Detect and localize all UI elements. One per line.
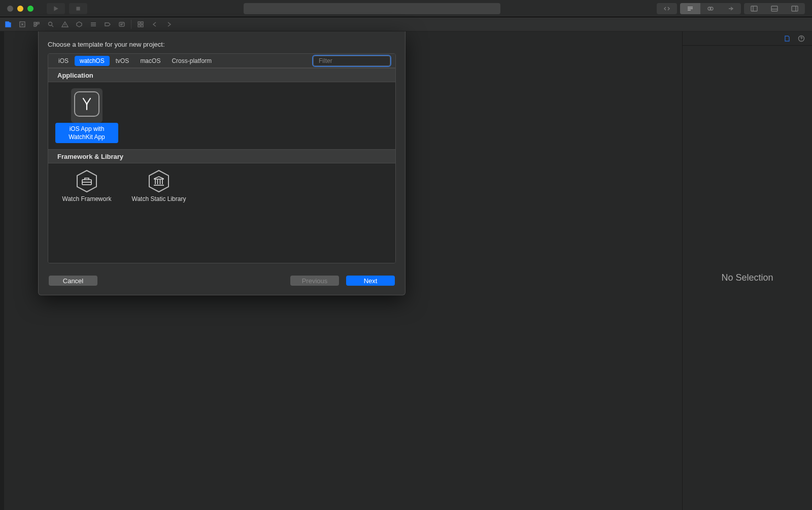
navigator-collapsed	[0, 31, 4, 510]
svg-rect-8	[34, 25, 36, 26]
titlebar-right-tools	[657, 3, 805, 14]
template-watch-framework[interactable]: Watch Framework	[55, 169, 118, 257]
panel-toggle-group	[744, 3, 805, 14]
test-navigator-icon[interactable]	[74, 19, 84, 29]
editor-options-group	[657, 3, 677, 14]
sheet-footer: Cancel Previous Next	[48, 263, 396, 286]
platform-tab-crossplatform[interactable]: Cross-platform	[166, 56, 217, 66]
previous-button[interactable]: Previous	[290, 276, 339, 286]
code-view-button[interactable]	[657, 3, 677, 14]
toggle-debug-button[interactable]	[764, 3, 785, 14]
svg-rect-14	[138, 25, 140, 27]
next-button[interactable]: Next	[346, 276, 395, 286]
maximize-window-button[interactable]	[27, 6, 33, 12]
svg-point-2	[710, 7, 713, 10]
file-inspector-icon[interactable]	[784, 35, 791, 42]
svg-rect-11	[119, 22, 124, 26]
inspector-empty-label: No Selection	[683, 46, 812, 510]
close-window-button[interactable]	[7, 6, 13, 12]
platform-tab-ios[interactable]: iOS	[53, 56, 74, 66]
svg-rect-5	[792, 6, 798, 11]
activity-viewer[interactable]	[244, 3, 500, 14]
toolbar-run-group	[47, 3, 87, 14]
section-header-framework: Framework & Library	[48, 149, 395, 163]
svg-marker-20	[77, 171, 96, 192]
traffic-lights	[7, 6, 33, 12]
svg-point-10	[49, 22, 52, 25]
project-navigator-icon[interactable]	[3, 19, 13, 29]
navigator-tabs	[0, 17, 812, 31]
filter-field-wrap[interactable]	[313, 56, 390, 66]
sheet-body: iOS watchOS tvOS macOS Cross-platform Ap…	[48, 53, 396, 263]
editor-area: Choose a template for your new project: …	[4, 31, 682, 510]
svg-rect-12	[138, 22, 140, 24]
cancel-button[interactable]: Cancel	[49, 276, 97, 286]
svg-rect-13	[141, 22, 143, 24]
new-project-sheet: Choose a template for your new project: …	[38, 31, 405, 295]
platform-tab-watchos[interactable]: watchOS	[75, 56, 110, 66]
template-label: Watch Static Library	[128, 193, 190, 205]
sheet-title: Choose a template for your new project:	[48, 41, 396, 48]
standard-editor-button[interactable]	[680, 3, 700, 14]
template-ios-app-with-watchkit[interactable]: iOS App with WatchKit App	[55, 88, 118, 143]
platform-tabs: iOS watchOS tvOS macOS Cross-platform	[48, 54, 395, 68]
svg-rect-3	[751, 6, 757, 11]
platform-tab-tvos[interactable]: tvOS	[111, 56, 134, 66]
svg-rect-4	[771, 6, 777, 11]
editor-mode-group	[680, 3, 741, 14]
watch-hands-icon	[74, 91, 99, 117]
help-inspector-icon[interactable]	[798, 35, 805, 42]
columns-icon	[148, 169, 170, 193]
source-control-navigator-icon[interactable]	[17, 19, 27, 29]
platform-tab-macos[interactable]: macOS	[135, 56, 165, 66]
toggle-navigator-button[interactable]	[744, 3, 764, 14]
assistant-editor-button[interactable]	[700, 3, 721, 14]
svg-rect-15	[141, 25, 143, 27]
symbol-navigator-icon[interactable]	[31, 19, 42, 29]
breakpoint-navigator-icon[interactable]	[103, 19, 113, 29]
svg-line-17	[83, 98, 87, 104]
titlebar	[0, 0, 812, 17]
section-header-application: Application	[48, 68, 395, 82]
toggle-inspectors-button[interactable]	[785, 3, 805, 14]
svg-line-18	[87, 98, 90, 104]
workspace: Choose a template for your new project: …	[0, 31, 812, 510]
version-editor-button[interactable]	[721, 3, 741, 14]
run-button[interactable]	[47, 3, 65, 14]
filter-input[interactable]	[319, 57, 395, 64]
find-navigator-icon[interactable]	[46, 19, 56, 29]
template-watch-static-library[interactable]: Watch Static Library	[127, 169, 190, 257]
template-label: iOS App with WatchKit App	[55, 123, 118, 143]
debug-navigator-icon[interactable]	[88, 19, 98, 29]
minimize-window-button[interactable]	[17, 6, 23, 12]
forward-icon[interactable]	[164, 19, 174, 29]
inspector-tabs	[683, 31, 812, 46]
toolbox-icon	[76, 169, 97, 193]
stop-button[interactable]	[69, 3, 87, 14]
section-body-application: iOS App with WatchKit App	[48, 82, 395, 149]
inspector-panel: No Selection	[682, 31, 812, 510]
svg-rect-7	[34, 22, 36, 24]
issue-navigator-icon[interactable]	[60, 19, 70, 29]
report-navigator-icon[interactable]	[117, 19, 127, 29]
template-label: Watch Framework	[58, 193, 116, 205]
svg-marker-23	[149, 171, 168, 192]
grid-view-icon[interactable]	[136, 19, 146, 29]
section-body-framework: Watch Framework Watch Static Library	[48, 163, 395, 263]
svg-rect-0	[76, 7, 80, 10]
back-icon[interactable]	[150, 19, 160, 29]
